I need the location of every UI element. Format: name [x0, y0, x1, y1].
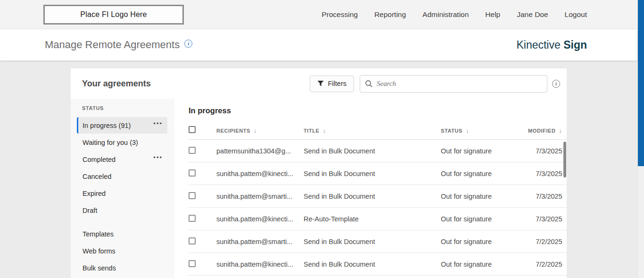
brand-product: Sign	[563, 39, 587, 51]
agreement-list: In progress RECIPIENTS↓ TITLE↓ STATUS↓ M…	[174, 99, 567, 278]
sort-descending-icon[interactable]: ↓	[559, 127, 562, 134]
sidebar-item-completed[interactable]: Completed •••	[77, 151, 167, 168]
cell-recipient: pattemsunitha1304@g...	[216, 147, 304, 155]
row-checkbox[interactable]	[189, 169, 196, 177]
sidebar-item-canceled[interactable]: Canceled	[77, 168, 167, 185]
status-sidebar: STATUS In progress (91) ••• Waiting for …	[71, 99, 174, 278]
table-row[interactable]: sunitha.pattem@smarti... Send in Bulk Do…	[189, 230, 567, 253]
row-checkbox[interactable]	[189, 237, 196, 244]
nav-help[interactable]: Help	[485, 10, 500, 19]
filter-funnel-icon	[317, 80, 324, 87]
row-checkbox[interactable]	[189, 192, 196, 199]
cell-status: Out for signature	[441, 238, 528, 245]
panel-header: Your agreements Filters i	[71, 68, 567, 99]
cell-recipient: sunitha.pattem@smarti...	[216, 193, 304, 200]
column-header-title[interactable]: TITLE↓	[304, 127, 441, 134]
table-row[interactable]: sunitha.pattem@kinecti... Re-Auto-Templa…	[189, 208, 567, 230]
cell-title: Send in Bulk Document	[304, 261, 441, 268]
cell-recipient: sunitha.pattem@kinecti...	[216, 261, 304, 268]
table-row[interactable]: sunitha.pattem@kinecti... Send in Bulk D…	[189, 162, 567, 185]
sidebar-item-label: Expired	[83, 190, 106, 197]
search-input[interactable]	[377, 80, 542, 88]
brand-name: Kinective	[516, 39, 563, 51]
kinective-sign-logo: Kinective Sign	[516, 39, 587, 51]
fi-logo-placeholder-label: Place FI Logo Here	[80, 10, 147, 19]
sort-descending-icon[interactable]: ↓	[254, 127, 257, 134]
sort-descending-icon[interactable]: ↓	[466, 127, 469, 134]
list-section-title: In progress	[189, 106, 567, 115]
filters-button-label: Filters	[328, 80, 347, 87]
page-scrollbar-thumb[interactable]	[638, 0, 644, 166]
cell-modified: 7/3/2025	[528, 193, 567, 200]
column-label: RECIPIENTS	[216, 128, 250, 134]
cell-title: Re-Auto-Template	[304, 215, 441, 223]
column-header-modified[interactable]: MODIFIED↓	[528, 127, 567, 134]
filters-button[interactable]: Filters	[310, 76, 354, 92]
sidebar-item-in-progress[interactable]: In progress (91) •••	[77, 117, 167, 134]
search-box[interactable]	[360, 75, 547, 93]
cell-modified: 7/3/2025	[528, 147, 567, 155]
cell-recipient: sunitha.pattem@kinecti...	[216, 215, 304, 223]
sidebar-item-expired[interactable]: Expired	[77, 185, 167, 202]
app-window: Place FI Logo Here Processing Reporting …	[0, 0, 637, 278]
sidebar-item-draft[interactable]: Draft	[77, 202, 167, 219]
top-navigation: Processing Reporting Administration Help…	[322, 10, 587, 19]
nav-administration[interactable]: Administration	[422, 10, 469, 19]
cell-modified: 7/3/2025	[528, 215, 567, 223]
completed-overflow-menu-icon[interactable]: •••	[153, 156, 163, 162]
panel-info-icon[interactable]: i	[552, 80, 560, 88]
panel-body: STATUS In progress (91) ••• Waiting for …	[71, 99, 567, 278]
panel-title: Your agreements	[82, 79, 151, 89]
nav-processing[interactable]: Processing	[322, 10, 358, 19]
cell-status: Out for signature	[441, 193, 528, 200]
sidebar-item-label: Draft	[83, 207, 97, 214]
column-header-recipients[interactable]: RECIPIENTS↓	[216, 127, 304, 134]
page-title: Manage Remote Agreementsi	[45, 39, 192, 51]
column-label: TITLE	[304, 128, 320, 134]
cell-title: Send in Bulk Document	[304, 193, 441, 200]
nav-reporting[interactable]: Reporting	[374, 10, 406, 19]
nav-logout[interactable]: Logout	[565, 10, 587, 19]
sidebar-item-templates[interactable]: Templates	[77, 226, 167, 242]
column-label: MODIFIED	[528, 128, 556, 134]
search-icon	[365, 80, 373, 88]
cell-modified: 7/3/2025	[528, 170, 567, 177]
select-all-checkbox[interactable]	[189, 126, 196, 133]
cell-status: Out for signature	[441, 147, 528, 155]
sidebar-item-web-forms[interactable]: Web forms	[77, 243, 167, 259]
list-scrollbar-thumb[interactable]	[563, 142, 566, 177]
table-row[interactable]: sunitha.pattem@smarti... Send in Bulk Do…	[189, 185, 567, 208]
in-progress-overflow-menu-icon[interactable]: •••	[153, 122, 163, 128]
sidebar-item-waiting-for-you[interactable]: Waiting for you (3)	[77, 134, 167, 151]
column-label: STATUS	[441, 128, 462, 134]
fi-logo-placeholder[interactable]: Place FI Logo Here	[43, 5, 184, 25]
cell-modified: 7/2/2025	[528, 261, 567, 268]
sidebar-item-label: Templates	[83, 230, 114, 238]
sidebar-section-label: STATUS	[71, 105, 174, 117]
cell-title: Send in Bulk Document	[304, 147, 441, 155]
sidebar-item-label: Waiting for you (3)	[83, 139, 138, 146]
row-checkbox[interactable]	[189, 260, 196, 267]
cell-title: Send in Bulk Document	[304, 238, 441, 245]
row-checkbox[interactable]	[189, 147, 196, 154]
cell-modified: 7/2/2025	[528, 238, 567, 245]
page-title-info-icon[interactable]: i	[184, 40, 192, 48]
table-row[interactable]: sunitha.pattem@kinecti... Send in Bulk D…	[189, 253, 567, 276]
table-row[interactable]: pattemsunitha1304@g... Send in Bulk Docu…	[189, 140, 567, 162]
row-checkbox[interactable]	[189, 215, 196, 222]
cell-status: Out for signature	[441, 215, 528, 223]
cell-title: Send in Bulk Document	[304, 170, 441, 177]
cell-status: Out for signature	[441, 261, 528, 268]
sidebar-item-bulk-sends[interactable]: Bulk sends	[77, 260, 167, 276]
cell-recipient: sunitha.pattem@kinecti...	[216, 170, 304, 177]
page-header: Manage Remote Agreementsi Kinective Sign	[0, 29, 637, 60]
sidebar-item-label: In progress (91)	[83, 122, 131, 129]
nav-user-jane-doe[interactable]: Jane Doe	[517, 10, 548, 19]
sort-descending-icon[interactable]: ↓	[323, 127, 326, 134]
sidebar-item-label: Completed	[83, 156, 116, 163]
sidebar-divider-gap	[71, 219, 174, 225]
sidebar-item-label: Web forms	[83, 247, 116, 255]
column-header-status[interactable]: STATUS↓	[441, 127, 528, 134]
page-scrollbar-track[interactable]	[637, 0, 644, 278]
agreements-panel: Your agreements Filters i STATUS	[71, 68, 567, 278]
